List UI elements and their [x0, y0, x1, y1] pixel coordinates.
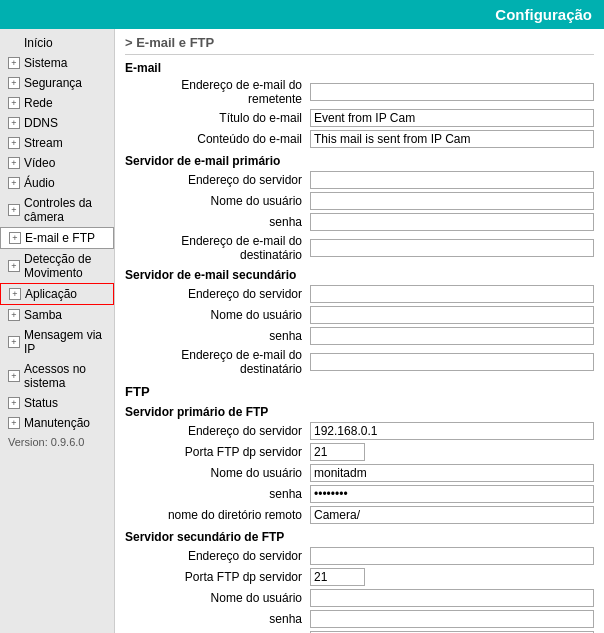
- sidebar-label: Vídeo: [24, 156, 55, 170]
- plus-icon: +: [8, 204, 20, 216]
- form-row-p-server-addr: Endereço do servidor: [125, 171, 594, 189]
- input-s-password[interactable]: [310, 327, 594, 345]
- form-row-ftp1-pass: senha: [125, 485, 594, 503]
- content-area: > E-mail e FTP E-mail Endereço de e-mail…: [115, 29, 604, 633]
- form-row-ftp2-user: Nome do usuário: [125, 589, 594, 607]
- label-sender: Endereço de e-mail do remetente: [125, 78, 310, 106]
- sidebar-label: Acessos no sistema: [24, 362, 106, 390]
- plus-icon: +: [8, 57, 20, 69]
- input-sender-email[interactable]: [310, 83, 594, 101]
- label-ftp2-user: Nome do usuário: [125, 591, 310, 605]
- plus-icon: +: [9, 232, 21, 244]
- sidebar-item-manutencao[interactable]: +Manutenção: [0, 413, 114, 433]
- sidebar-item-deteccao[interactable]: +Detecção de Movimento: [0, 249, 114, 283]
- input-ftp2-user[interactable]: [310, 589, 594, 607]
- sidebar-label: Stream: [24, 136, 63, 150]
- input-p-password[interactable]: [310, 213, 594, 231]
- plus-icon: +: [8, 417, 20, 429]
- input-email-content[interactable]: [310, 130, 594, 148]
- sidebar-label: DDNS: [24, 116, 58, 130]
- plus-icon: +: [8, 370, 20, 382]
- plus-icon: +: [8, 77, 20, 89]
- sidebar-item-samba[interactable]: +Samba: [0, 305, 114, 325]
- sidebar-item-rede[interactable]: +Rede: [0, 93, 114, 113]
- input-ftp1-dir[interactable]: [310, 506, 594, 524]
- sidebar-item-stream[interactable]: +Stream: [0, 133, 114, 153]
- plus-icon: +: [8, 177, 20, 189]
- plus-icon: +: [8, 336, 20, 348]
- label-email-content: Conteúdo do e-mail: [125, 132, 310, 146]
- input-ftp2-pass[interactable]: [310, 610, 594, 628]
- sidebar-item-acessos[interactable]: +Acessos no sistema: [0, 359, 114, 393]
- plus-icon: +: [9, 288, 21, 300]
- input-p-username[interactable]: [310, 192, 594, 210]
- form-row-email-title: Título do e-mail: [125, 109, 594, 127]
- label-s-dest-email: Endereço de e-mail do destinatário: [125, 348, 310, 376]
- app: Configuração Início+Sistema+Segurança+Re…: [0, 0, 604, 633]
- input-p-dest-email[interactable]: [310, 239, 594, 257]
- plus-icon: +: [8, 97, 20, 109]
- sidebar-version: Version: 0.9.6.0: [0, 433, 114, 451]
- primary-email-server-title: Servidor de e-mail primário: [125, 154, 594, 168]
- form-row-ftp2-port: Porta FTP dp servidor: [125, 568, 594, 586]
- input-email-title[interactable]: [310, 109, 594, 127]
- input-ftp1-user[interactable]: [310, 464, 594, 482]
- label-ftp2-port: Porta FTP dp servidor: [125, 570, 310, 584]
- sidebar-label: Mensagem via IP: [24, 328, 106, 356]
- sidebar-item-seguranca[interactable]: +Segurança: [0, 73, 114, 93]
- plus-icon: +: [8, 260, 20, 272]
- sidebar-item-email-ftp[interactable]: +E-mail e FTP: [0, 227, 114, 249]
- input-ftp2-addr[interactable]: [310, 547, 594, 565]
- sidebar-label: Status: [24, 396, 58, 410]
- primary-ftp-title: Servidor primário de FTP: [125, 405, 594, 419]
- form-row-s-username: Nome do usuário: [125, 306, 594, 324]
- label-p-username: Nome do usuário: [125, 194, 310, 208]
- sidebar-label: Samba: [24, 308, 62, 322]
- sidebar-item-inicio[interactable]: Início: [0, 33, 114, 53]
- sidebar-item-status[interactable]: +Status: [0, 393, 114, 413]
- form-row-s-dest-email: Endereço de e-mail do destinatário: [125, 348, 594, 376]
- sidebar-label: E-mail e FTP: [25, 231, 95, 245]
- input-s-server-addr[interactable]: [310, 285, 594, 303]
- label-p-dest-email: Endereço de e-mail do destinatário: [125, 234, 310, 262]
- input-p-server-addr[interactable]: [310, 171, 594, 189]
- form-row-p-password: senha: [125, 213, 594, 231]
- main-layout: Início+Sistema+Segurança+Rede+DDNS+Strea…: [0, 29, 604, 633]
- sidebar-item-mensagem[interactable]: +Mensagem via IP: [0, 325, 114, 359]
- sidebar-label: Detecção de Movimento: [24, 252, 106, 280]
- label-s-password: senha: [125, 329, 310, 343]
- breadcrumb: > E-mail e FTP: [125, 35, 594, 55]
- input-s-dest-email[interactable]: [310, 353, 594, 371]
- sidebar-item-ddns[interactable]: +DDNS: [0, 113, 114, 133]
- input-ftp1-port[interactable]: [310, 443, 365, 461]
- sidebar-label: Rede: [24, 96, 53, 110]
- page-title: Configuração: [495, 6, 592, 23]
- sidebar-label: Segurança: [24, 76, 82, 90]
- input-ftp1-pass[interactable]: [310, 485, 594, 503]
- sidebar-item-sistema[interactable]: +Sistema: [0, 53, 114, 73]
- plus-icon: +: [8, 137, 20, 149]
- sidebar-item-audio[interactable]: +Áudio: [0, 173, 114, 193]
- form-row-p-username: Nome do usuário: [125, 192, 594, 210]
- input-ftp2-port[interactable]: [310, 568, 365, 586]
- form-row-ftp1-dir: nome do diretório remoto: [125, 506, 594, 524]
- sidebar-item-video[interactable]: +Vídeo: [0, 153, 114, 173]
- sidebar-label: Sistema: [24, 56, 67, 70]
- label-s-username: Nome do usuário: [125, 308, 310, 322]
- form-row-p-dest-email: Endereço de e-mail do destinatário: [125, 234, 594, 262]
- input-ftp1-addr[interactable]: [310, 422, 594, 440]
- label-ftp2-addr: Endereço do servidor: [125, 549, 310, 563]
- form-row-sender: Endereço de e-mail do remetente: [125, 78, 594, 106]
- form-row-ftp2-pass: senha: [125, 610, 594, 628]
- input-s-username[interactable]: [310, 306, 594, 324]
- form-row-s-password: senha: [125, 327, 594, 345]
- label-ftp1-addr: Endereço do servidor: [125, 424, 310, 438]
- plus-icon: +: [8, 309, 20, 321]
- sidebar: Início+Sistema+Segurança+Rede+DDNS+Strea…: [0, 29, 115, 633]
- email-section-title: E-mail: [125, 61, 594, 75]
- sidebar-item-controles[interactable]: +Controles da câmera: [0, 193, 114, 227]
- form-row-ftp1-addr: Endereço do servidor: [125, 422, 594, 440]
- sidebar-item-aplicacao[interactable]: +Aplicação: [0, 283, 114, 305]
- label-ftp1-port: Porta FTP dp servidor: [125, 445, 310, 459]
- label-ftp1-user: Nome do usuário: [125, 466, 310, 480]
